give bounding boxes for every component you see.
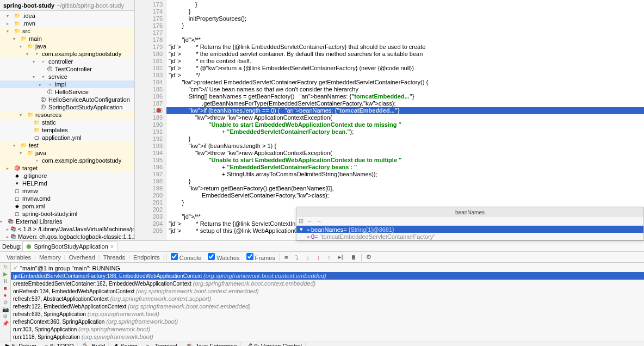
debug-btn-console[interactable]: Console (168, 255, 205, 261)
tree-item[interactable]: ▾📁src (0, 27, 134, 35)
code-line[interactable]: "kw">throw "kw">new ApplicationContextEx… (166, 114, 644, 121)
tool-window-button[interactable]: ≡6: TODO (41, 343, 78, 347)
code-line[interactable]: + "EmbeddedServletContainerFactory beans… (166, 164, 644, 171)
code-line[interactable]: } (166, 178, 644, 185)
tree-item[interactable]: ⒸSpringBootStudyApplication (0, 103, 134, 111)
chevron-icon[interactable]: ▾ (0, 219, 5, 224)
chevron-icon[interactable]: ▾ (33, 59, 38, 64)
code-line[interactable]: String[] beanNames = getBeanFactory() "a… (166, 93, 644, 100)
code-line[interactable] (166, 29, 644, 36)
chevron-icon[interactable]: ▸ (7, 227, 9, 232)
debug-btn-frames[interactable]: Frames (243, 255, 278, 261)
settings-icon[interactable]: ⚙ (363, 254, 375, 261)
tree-item[interactable]: ▾▫service (0, 73, 134, 81)
debug-btn-watches[interactable]: Watches (205, 255, 243, 261)
debug-tab-memory[interactable]: Memory (36, 254, 64, 261)
rerun-icon[interactable]: ↻ (3, 264, 8, 270)
tree-item[interactable]: ▾📁java (0, 42, 134, 50)
camera-icon[interactable]: 📷 (2, 306, 9, 312)
project-tree[interactable]: ▾📁.idea▸📁.mvn▾📁src▾📁main▾📁java▾▫com.exam… (0, 11, 134, 240)
chevron-icon[interactable]: ▾ (20, 113, 25, 118)
code-line[interactable]: } (166, 1, 644, 8)
chevron-icon[interactable]: ▾ (20, 44, 25, 49)
tree-item[interactable]: ▾📁main (0, 35, 134, 42)
chevron-icon[interactable]: ▾ (7, 29, 12, 34)
tree-item[interactable]: ▸▫impl (0, 81, 134, 88)
code-line[interactable]: "kw">protected EmbeddedServletContainerF… (166, 79, 644, 86)
debug-tab-overhead[interactable]: Overhead (66, 254, 98, 261)
code-line[interactable]: "jd"> * in the context itself. (166, 58, 644, 65)
tree-item[interactable]: ▢mvnw (0, 187, 134, 195)
tool-window-button[interactable]: ☕Java Enterprise (182, 342, 240, 346)
tree-item[interactable]: ▾▫com.example.springbootstudy (0, 50, 134, 58)
tree-item[interactable]: ▾📁.idea (0, 12, 134, 20)
tool-window-button[interactable]: ⎇9: Version Control (242, 342, 306, 346)
line-gutter[interactable]: 1731741751761771781791801811821831841851… (135, 0, 166, 240)
tree-item[interactable]: 📁static (0, 119, 134, 126)
frames-list[interactable]: ✓ "main"@1 in group "main": RUNNING getE… (11, 263, 644, 342)
code-line[interactable]: "cm">// Use bean names so that we don't … (166, 86, 644, 93)
tree-item[interactable]: ▢spring-boot-study.iml (0, 210, 134, 218)
code-line[interactable]: + StringUtils.arrayToCommaDelimitedStrin… (166, 171, 644, 178)
code-line[interactable]: "jd"> */ (166, 72, 644, 79)
chevron-icon[interactable]: ▸ (7, 166, 12, 171)
code-line[interactable]: "kw">if (beanNames.length > 1) { (166, 143, 644, 150)
pin-icon[interactable]: 📌 (2, 320, 9, 326)
tree-item[interactable]: ▾📁test (0, 141, 134, 149)
tree-item[interactable]: ▸📁.mvn (0, 20, 134, 27)
code-line[interactable]: } (166, 199, 644, 206)
tree-item[interactable]: ▾▫controller (0, 58, 134, 65)
chevron-icon[interactable]: ▾ (7, 14, 12, 18)
run-config-tab[interactable]: ⬢ SpringBootStudyApplication × (22, 242, 117, 251)
var-popup-toolbar[interactable]: ⊞ ← → (296, 217, 643, 226)
debug-tab-threads[interactable]: Threads (100, 254, 128, 261)
code-line[interactable]: } (166, 22, 644, 29)
tool-window-button[interactable]: 🔨Build (79, 342, 109, 346)
layout-icon[interactable]: ≡ (281, 254, 291, 261)
variable-row[interactable]: ▾▫ beanNames = {String[1]@3681} (296, 226, 643, 233)
stack-frame[interactable]: refreshContext:360, SpringApplication (o… (11, 318, 644, 325)
tool-window-button[interactable]: >_Terminal (143, 343, 181, 347)
tree-item[interactable]: ▸📚Maven: ch.qos.logback:logback-classic:… (0, 233, 134, 240)
step-out-icon[interactable]: ↑ (324, 254, 334, 261)
chevron-icon[interactable]: ▸ (39, 82, 45, 87)
code-line[interactable]: "Unable to start EmbeddedWebApplicationC… (166, 157, 644, 164)
stack-frame[interactable]: getEmbeddedServletContainerFactory:188, … (11, 272, 644, 280)
stack-frame[interactable]: run:303, SpringApplication (org.springfr… (11, 325, 644, 333)
forward-icon[interactable]: → (316, 218, 322, 225)
tree-item[interactable]: ▾📁resources (0, 111, 134, 119)
tree-item[interactable]: ◆.gitignore (0, 172, 134, 180)
debug-tab-endpoints[interactable]: Endpoints (130, 254, 163, 261)
code-line[interactable]: "jd"> * the embedded servlet container. … (166, 51, 644, 58)
stack-frame[interactable]: onRefresh:134, EmbeddedWebApplicationCon… (11, 287, 644, 295)
tree-item[interactable]: ⒸHelloServiceAutoConfiguration (0, 96, 134, 103)
chevron-icon[interactable]: ▸ (7, 234, 9, 239)
step-into-icon[interactable]: ↓ (303, 254, 313, 261)
chevron-icon[interactable]: ▾ (26, 52, 32, 57)
resume-icon[interactable]: ▶ (3, 271, 8, 277)
tree-item[interactable]: ⒾHelloService (0, 88, 134, 96)
stack-frame[interactable]: createEmbeddedServletContainer:162, Embe… (11, 280, 644, 287)
tree-item[interactable]: ▸📚< 1.8 > /Library/Java/JavaVirtualMachi… (0, 225, 134, 233)
variable-row[interactable]: ▫ 0 = "tomcatEmbeddedServletContainerFac… (296, 233, 643, 240)
tool-window-button[interactable]: ⬈Spring (110, 342, 141, 346)
code-line[interactable]: "kw">if (beanNames.length == 0) { "an">b… (166, 107, 644, 114)
stop-icon[interactable]: ■ (3, 285, 7, 291)
code-line[interactable]: "jd"> * Returns the {@link EmbeddedServl… (166, 44, 644, 51)
thread-header[interactable]: ✓ "main"@1 in group "main": RUNNING (11, 264, 644, 272)
tree-item[interactable]: 📁templates (0, 126, 134, 134)
code-line[interactable]: "jd">/** (166, 36, 644, 44)
stack-frame[interactable]: refresh:122, EmbeddedWebApplicationConte… (11, 302, 644, 310)
new-watch-icon[interactable]: ⊞ (299, 218, 304, 225)
mute-bp-icon[interactable]: ⊘ (3, 299, 8, 305)
chevron-icon[interactable]: ▾ (13, 36, 18, 41)
tree-item[interactable]: ⒸTestController (0, 65, 134, 73)
code-line[interactable]: } (166, 8, 644, 15)
tool-window-button[interactable]: ▶5: Debug (2, 342, 40, 346)
stack-frame[interactable]: refresh:537, AbstractApplicationContext … (11, 295, 644, 302)
code-line[interactable]: .getBeanNamesForType(EmbeddedServletCont… (166, 100, 644, 107)
chevron-icon[interactable]: ▾ (20, 151, 25, 156)
code-line[interactable]: "kw">return getBeanFactory().getBean(bea… (166, 185, 644, 192)
run-to-cursor-icon[interactable]: ▸| (335, 254, 346, 261)
tree-item[interactable]: ◆pom.xml (0, 202, 134, 210)
